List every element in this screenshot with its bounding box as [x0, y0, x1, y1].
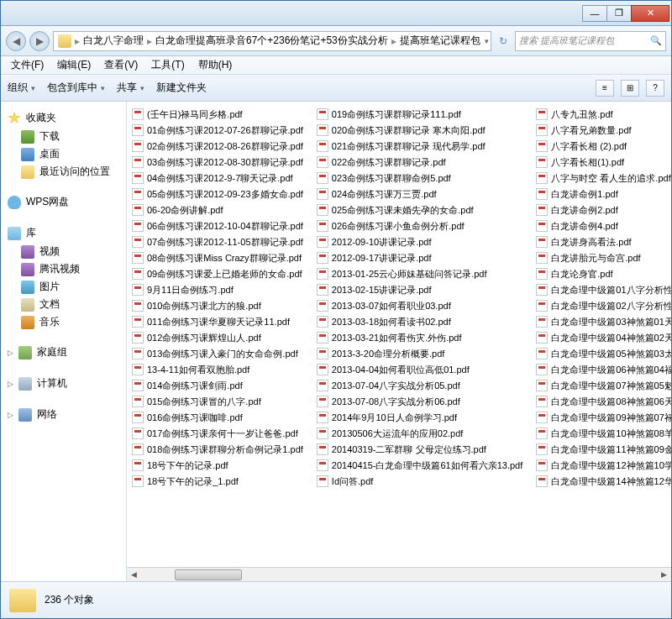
- titlebar[interactable]: — ❐ ✕: [1, 1, 671, 26]
- file-item[interactable]: 白龙命理中级篇09神煞篇07禄和劫煞.pdf: [534, 410, 671, 425]
- help-button[interactable]: ?: [646, 80, 664, 97]
- minimize-button[interactable]: —: [582, 5, 607, 22]
- breadcrumb-seg-3[interactable]: 提高班笔记课程包: [397, 34, 483, 48]
- file-item[interactable]: 白龙命理中级篇05神煞篇03太极贵人.pdf: [534, 346, 671, 361]
- file-item[interactable]: 013命例练习课入豪门的女命命例.pdf: [130, 346, 305, 361]
- file-item[interactable]: 2013-01-25云心师妹基础问答记录.pdf: [315, 266, 524, 281]
- file-item[interactable]: 2012-09-17讲课记录.pdf: [315, 250, 524, 265]
- menu-edit[interactable]: 编辑(E): [50, 56, 97, 74]
- sidebar-favorites[interactable]: 收藏夹: [4, 108, 123, 128]
- file-item[interactable]: 20140415-白龙命理中级篇61如何看六亲13.pdf: [315, 458, 524, 473]
- file-item[interactable]: 2014年9月10日人命例学习.pdf: [315, 410, 524, 425]
- share-button[interactable]: 共享▾: [117, 81, 144, 95]
- sidebar-music[interactable]: 音乐: [4, 313, 123, 331]
- back-button[interactable]: ◀: [6, 31, 26, 51]
- sidebar-desktop[interactable]: 桌面: [4, 145, 123, 163]
- menu-help[interactable]: 帮助(H): [192, 56, 239, 74]
- file-item[interactable]: 2013-03-21如何看伤灾.外伤.pdf: [315, 330, 524, 345]
- file-item[interactable]: 2013-07-04八字实战分析05.pdf: [315, 378, 524, 393]
- file-item[interactable]: 010命例练习课北方的狼.pdf: [130, 298, 305, 313]
- file-item[interactable]: 2013-3-20命理分析概要.pdf: [315, 346, 524, 361]
- sidebar-tencent[interactable]: 腾讯视频: [4, 260, 123, 278]
- search-icon[interactable]: 🔍: [650, 35, 662, 46]
- file-item[interactable]: 18号下午的记录_1.pdf: [130, 474, 305, 489]
- file-item[interactable]: 八字看长相 (2).pdf: [534, 139, 671, 154]
- file-pane[interactable]: (壬午日)禄马同乡格.pdf01命例练习课2012-07-26群聊记录.pdf0…: [127, 102, 671, 581]
- file-item[interactable]: 9月11日命例练习.pdf: [130, 282, 305, 297]
- file-item[interactable]: 016命例练习课咖啡.pdf: [130, 410, 305, 425]
- file-item[interactable]: 07命例练习课2012-11-05群聊记录.pdf: [130, 234, 305, 249]
- file-item[interactable]: 023命例练习课群聊命例5.pdf: [315, 170, 524, 186]
- file-item[interactable]: 015命例练习课冒的八字.pdf: [130, 394, 305, 409]
- file-item[interactable]: 白龙命理中级篇08神煞篇06天罗地网.pdf: [534, 394, 671, 409]
- organize-button[interactable]: 组织▾: [8, 81, 35, 95]
- file-item[interactable]: 八字与时空 看人生的追求.pdf: [534, 170, 671, 186]
- file-item[interactable]: 2013-07-08八字实战分析06.pdf: [315, 394, 524, 409]
- file-item[interactable]: 白龙命理中级篇04神煞篇02天月二德.pdf: [534, 330, 671, 345]
- file-item[interactable]: 021命例练习课群聊记录 现代易学.pdf: [315, 139, 524, 154]
- sidebar-documents[interactable]: 文档: [4, 296, 123, 313]
- file-item[interactable]: 白龙命理中级篇02八字分析性格02.pdf: [534, 298, 671, 313]
- sidebar-video[interactable]: 视频: [4, 243, 123, 260]
- file-item[interactable]: 014命例练习课剑雨.pdf: [130, 378, 305, 393]
- file-item[interactable]: 025命例练习课未婚先孕的女命.pdf: [315, 202, 524, 218]
- file-item[interactable]: 03命例练习课2012-08-30群聊记录.pdf: [130, 155, 305, 170]
- file-item[interactable]: 白龙命理中级篇12神煞篇10学堂词馆文昌将星驿马: [534, 458, 671, 473]
- file-item[interactable]: 2013-04-04如何看职位高低01.pdf: [315, 362, 524, 377]
- breadcrumb-dropdown[interactable]: ▾: [485, 37, 489, 45]
- file-item[interactable]: 018命例练习课群聊分析命例记录1.pdf: [130, 442, 305, 457]
- file-item[interactable]: 05命例练习课2012-09-23多婚女命.pdf: [130, 186, 305, 202]
- view-list-button[interactable]: ≡: [596, 80, 614, 97]
- breadcrumb-seg-2[interactable]: 白龙命理提高班录音67个+236份笔记+53份实战分析: [153, 34, 391, 48]
- horizontal-scrollbar[interactable]: ◀ ▶: [127, 567, 671, 581]
- sidebar-recent[interactable]: 最近访问的位置: [4, 163, 123, 181]
- sidebar-wps[interactable]: WPS网盘: [4, 192, 123, 212]
- file-item[interactable]: 白龙讲命例1.pdf: [534, 186, 671, 202]
- file-item[interactable]: 2013-03-07如何看职业03.pdf: [315, 298, 524, 313]
- file-item[interactable]: 白龙命理中级篇06神煞篇04福星文昌国印德秀贵: [534, 362, 671, 377]
- file-item[interactable]: 白龙讲胎元与命宫.pdf: [534, 250, 671, 265]
- file-item[interactable]: 04命例练习课2012-9-7聊天记录.pdf: [130, 170, 305, 186]
- file-item[interactable]: 017命例练习课亲何十一岁让爸爸.pdf: [130, 426, 305, 441]
- file-item[interactable]: 06-20命例讲解.pdf: [130, 202, 305, 218]
- file-item[interactable]: 白龙命理中级篇10神煞篇08羊刃飞刃天医.pdf: [534, 426, 671, 441]
- breadcrumb[interactable]: ▸ 白龙八字命理 ▸ 白龙命理提高班录音67个+236份笔记+53份实战分析 ▸…: [53, 31, 491, 51]
- file-item[interactable]: 024命例练习课万三贾.pdf: [315, 186, 524, 202]
- sidebar-downloads[interactable]: 下载: [4, 128, 123, 145]
- file-item[interactable]: 20140319-二军群聊 父母定位练习.pdf: [315, 442, 524, 457]
- close-button[interactable]: ✕: [631, 5, 669, 22]
- menu-view[interactable]: 查看(V): [97, 56, 144, 74]
- search-input[interactable]: 搜索 提高班笔记课程包 🔍: [515, 31, 666, 51]
- newfolder-button[interactable]: 新建文件夹: [156, 81, 207, 95]
- sidebar-network[interactable]: ▷网络: [4, 405, 123, 424]
- file-item[interactable]: 白龙命理中级篇14神煞篇12华盖.pdf: [534, 474, 671, 489]
- scroll-thumb[interactable]: [175, 569, 242, 580]
- menu-file[interactable]: 文件(F): [4, 56, 50, 74]
- file-item[interactable]: 2012-09-10讲课记录.pdf: [315, 234, 524, 249]
- menu-tools[interactable]: 工具(T): [144, 56, 191, 74]
- file-item[interactable]: 八字看兄弟数量.pdf: [534, 123, 671, 138]
- breadcrumb-seg-1[interactable]: 白龙八字命理: [81, 34, 146, 48]
- file-item[interactable]: 020命例练习课群聊记录 寒木向阳.pdf: [315, 123, 524, 138]
- file-item[interactable]: 20130506大运流年的应用02.pdf: [315, 426, 524, 441]
- file-item[interactable]: (壬午日)禄马同乡格.pdf: [130, 107, 305, 122]
- sidebar-homegroup[interactable]: ▷家庭组: [4, 343, 123, 362]
- file-item[interactable]: 02命例练习课2012-08-26群聊记录.pdf: [130, 139, 305, 154]
- sidebar-computer[interactable]: ▷计算机: [4, 374, 123, 393]
- refresh-button[interactable]: ↻: [495, 35, 512, 47]
- forward-button[interactable]: ▶: [29, 31, 50, 51]
- file-item[interactable]: 022命例练习课群聊记录.pdf: [315, 155, 524, 170]
- file-item[interactable]: 18号下午的记录.pdf: [130, 458, 305, 473]
- file-item[interactable]: Id问答.pdf: [315, 474, 524, 489]
- file-item[interactable]: 白龙讲身高看法.pdf: [534, 234, 671, 249]
- chevron-right-icon[interactable]: ▸: [146, 35, 153, 47]
- file-item[interactable]: 八专九丑煞.pdf: [534, 107, 671, 122]
- file-item[interactable]: 08命例练习课Miss Crazy群聊记录.pdf: [130, 250, 305, 265]
- file-item[interactable]: 白龙命理中级篇11神煞篇09金舆贵人三奇贵人.pdf: [534, 442, 671, 457]
- file-item[interactable]: 01命例练习课2012-07-26群聊记录.pdf: [130, 123, 305, 138]
- file-item[interactable]: 白龙讲命例2.pdf: [534, 202, 671, 218]
- file-item[interactable]: 白龙讲命例4.pdf: [534, 218, 671, 233]
- file-item[interactable]: 白龙命理中级篇07神煞篇05魁罡贵人.pdf: [534, 378, 671, 393]
- file-item[interactable]: 09命例练习课爱上已婚老师的女命.pdf: [130, 266, 305, 281]
- scroll-right-button[interactable]: ▶: [657, 569, 671, 581]
